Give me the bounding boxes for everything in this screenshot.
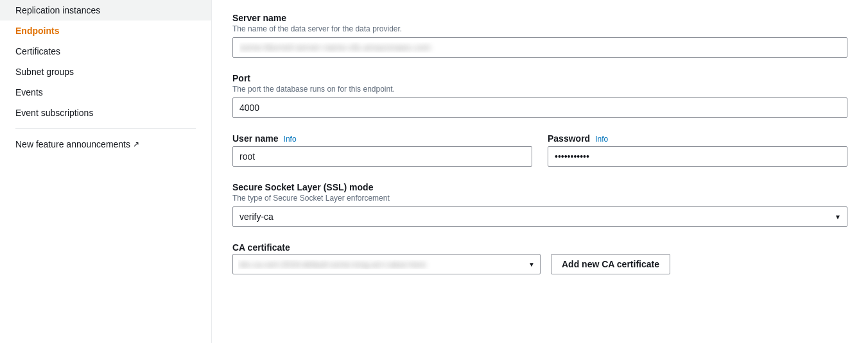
sidebar-item-label: Subnet groups xyxy=(15,67,74,77)
password-label: Password xyxy=(548,133,590,144)
sidebar-item-label: Replication instances xyxy=(15,5,100,15)
sidebar-item-event-subscriptions[interactable]: Event subscriptions xyxy=(0,103,211,123)
credentials-section: User name Info Password Info xyxy=(232,133,847,167)
ca-certificate-chevron-icon: ▼ xyxy=(528,261,535,268)
sidebar-divider xyxy=(15,128,196,129)
sidebar-item-label: Certificates xyxy=(15,46,60,56)
server-name-label: Server name xyxy=(232,13,847,23)
external-link-icon: ↗ xyxy=(133,140,139,149)
port-input[interactable] xyxy=(232,97,847,118)
port-section: Port The port the database runs on for t… xyxy=(232,73,847,118)
sidebar-item-subnet-groups[interactable]: Subnet groups xyxy=(0,62,211,82)
ssl-mode-label: Secure Socket Layer (SSL) mode xyxy=(232,182,847,192)
sidebar-nav: Replication instances Endpoints Certific… xyxy=(0,0,211,155)
ca-certificate-row: rds-ca-cert-2019-default-some-long-arn-v… xyxy=(232,254,847,274)
sidebar-item-label: Events xyxy=(15,87,43,97)
sidebar-item-label: Endpoints xyxy=(15,26,59,36)
password-info-link[interactable]: Info xyxy=(595,135,608,144)
sidebar-item-new-feature-announcements[interactable]: New feature announcements ↗ xyxy=(0,134,211,155)
ssl-mode-select[interactable]: none require verify-ca verify-full xyxy=(232,206,847,227)
sidebar-item-events[interactable]: Events xyxy=(0,82,211,103)
username-label: User name xyxy=(232,133,279,144)
main-content: Server name The name of the data server … xyxy=(212,0,868,343)
sidebar-item-replication-instances[interactable]: Replication instances xyxy=(0,0,211,21)
sidebar-item-label: Event subscriptions xyxy=(15,108,93,118)
ca-certificate-label: CA certificate xyxy=(232,242,847,253)
username-section: User name Info xyxy=(232,133,532,167)
ca-certificate-select[interactable]: rds-ca-cert-2019-default-some-long-arn-v… xyxy=(232,254,541,274)
server-name-input[interactable] xyxy=(232,37,847,58)
ca-certificate-section: CA certificate rds-ca-cert-2019-default-… xyxy=(232,242,847,274)
add-ca-certificate-button[interactable]: Add new CA certificate xyxy=(551,254,670,274)
sidebar-item-endpoints[interactable]: Endpoints xyxy=(0,21,211,41)
password-input[interactable] xyxy=(548,146,847,167)
ca-certificate-value: rds-ca-cert-2019-default-some-long-arn-v… xyxy=(238,260,525,269)
ssl-mode-section: Secure Socket Layer (SSL) mode The type … xyxy=(232,182,847,227)
ssl-mode-desc: The type of Secure Socket Layer enforcem… xyxy=(232,194,847,203)
username-input[interactable] xyxy=(232,146,532,167)
new-feature-announcements-label: New feature announcements xyxy=(15,139,130,149)
sidebar: Replication instances Endpoints Certific… xyxy=(0,0,212,343)
username-info-link[interactable]: Info xyxy=(284,135,297,144)
server-name-section: Server name The name of the data server … xyxy=(232,13,847,58)
ssl-mode-select-wrapper: none require verify-ca verify-full ▼ xyxy=(232,206,847,227)
server-name-desc: The name of the data server for the data… xyxy=(232,24,847,33)
password-section: Password Info xyxy=(548,133,847,167)
port-desc: The port the database runs on for this e… xyxy=(232,85,847,94)
sidebar-item-certificates[interactable]: Certificates xyxy=(0,41,211,62)
port-label: Port xyxy=(232,73,847,83)
